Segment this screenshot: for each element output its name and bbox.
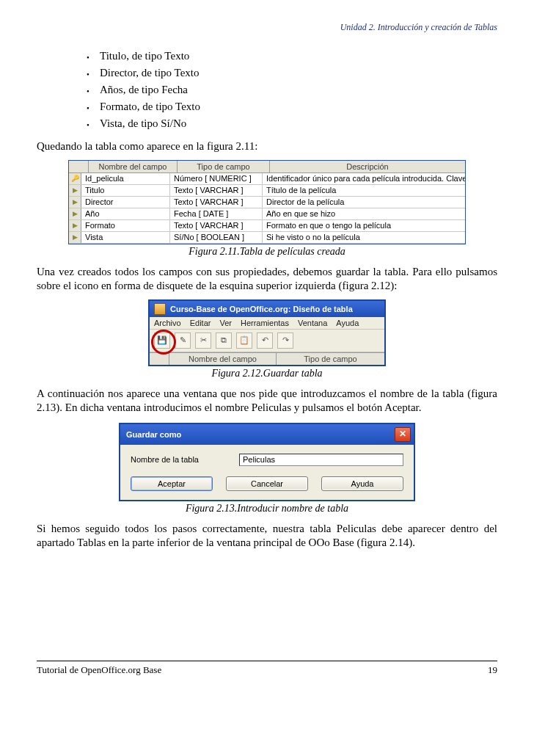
row-marker-icon: ▶ [69,185,81,196]
field-bullets: Titulo, de tipo Texto Director, de tipo … [87,48,497,132]
paragraph-2: Una vez creados todos los campos con sus… [37,265,497,294]
menu-item[interactable]: Editar [190,319,211,327]
close-icon[interactable]: ✕ [395,427,411,442]
table-row: ▶ Titulo Texto [ VARCHAR ] Título de la … [69,185,465,197]
menu-item[interactable]: Ayuda [336,319,359,327]
row-marker-icon: ▶ [69,232,81,243]
figure-211-caption: Figura 2.11.Tabla de películas creada [37,246,497,258]
save-icon[interactable]: 💾 [154,332,170,349]
menu-item[interactable]: Archivo [154,319,181,327]
figure-213-dialog: Guardar como ✕ Nombre de la tabla Acepta… [119,423,415,501]
col-header-name: Nombre del campo [89,161,178,172]
cell-desc: Título de la película [263,185,465,196]
design-column-headers: Nombre del campo Tipo de campo [150,352,384,365]
bullet-item: Director, de tipo Texto [87,65,497,81]
cell-name: Titulo [81,185,170,196]
edit-icon[interactable]: ✎ [175,332,191,349]
cell-desc: Director de la película [263,197,465,208]
row-marker-icon: ▶ [69,197,81,208]
col-header-type: Tipo de campo [178,161,270,172]
cell-name: Año [81,208,170,219]
figure-211-table: Nombre del campo Tipo de campo Descripci… [68,160,466,244]
table-name-input[interactable] [239,454,403,466]
bullet-item: Formato, de tipo Texto [87,98,497,115]
window-title: Curso-Base de OpenOffice.org: Diseño de … [170,305,353,313]
cut-icon[interactable]: ✂ [195,332,211,349]
figure-212-caption: Figura 2.12.Guardar tabla [37,368,497,379]
toolbar: 💾 ✎ ✂ ⧉ 📋 ↶ ↷ [150,330,384,352]
col-header-name: Nombre del campo [169,353,277,365]
page: Unidad 2. Introducción y creación de Tab… [0,0,534,756]
redo-icon[interactable]: ↷ [277,332,293,349]
page-footer: Tutorial de OpenOffice.org Base 19 [37,661,497,676]
table-row: 🔑 Id_pelicula Número [ NUMERIC ] Identif… [69,173,465,185]
cell-name: Director [81,197,170,208]
cell-type: Texto [ VARCHAR ] [170,197,263,208]
help-button[interactable]: Ayuda [321,476,403,491]
dialog-titlebar: Guardar como ✕ [120,424,414,445]
window-titlebar: Curso-Base de OpenOffice.org: Diseño de … [150,301,384,317]
figure-212-window: Curso-Base de OpenOffice.org: Diseño de … [148,299,386,366]
table-name-label: Nombre de la tabla [131,455,226,464]
cell-type: Texto [ VARCHAR ] [170,220,263,231]
cell-desc: Formato en que o tengo la película [263,220,465,231]
cell-name: Formato [81,220,170,231]
dialog-body: Nombre de la tabla Aceptar Cancelar Ayud… [120,445,414,500]
accept-button[interactable]: Aceptar [131,476,213,491]
col-header-type: Tipo de campo [277,353,384,365]
row-marker-icon: ▶ [69,208,81,219]
menu-item[interactable]: Herramientas [241,319,289,327]
dialog-title: Guardar como [126,430,181,439]
header-unit: Unidad 2. Introducción y creación de Tab… [37,22,497,33]
table-row: ▶ Formato Texto [ VARCHAR ] Formato en q… [69,220,465,232]
key-icon: 🔑 [69,173,81,184]
paragraph-1: Quedando la tabla como aparece en la fig… [37,139,497,154]
paragraph-4: Si hemos seguido todos los pasos correct… [37,522,497,550]
bullet-item: Titulo, de tipo Texto [87,48,497,65]
table-row: ▶ Año Fecha [ DATE ] Año en que se hizo [69,208,465,220]
cell-desc: Identificador único para cada película i… [263,173,465,184]
figure-213-caption: Figura 2.13.Introducir nombre de tabla [37,503,497,515]
paragraph-3: A continuación nos aparece una ventana q… [37,387,497,415]
row-selector-header [150,353,169,365]
cell-name: Id_pelicula [81,173,170,184]
menu-bar: Archivo Editar Ver Herramientas Ventana … [150,317,384,330]
cell-name: Vista [81,232,170,243]
cell-desc: Si he visto o no la película [263,232,465,243]
undo-icon[interactable]: ↶ [257,332,273,349]
table-row: ▶ Vista Sí/No [ BOOLEAN ] Si he visto o … [69,232,465,244]
menu-item[interactable]: Ver [219,319,232,327]
app-icon [154,303,166,315]
cell-type: Número [ NUMERIC ] [170,173,263,184]
row-selector-header [69,161,89,172]
cell-desc: Año en que se hizo [263,208,465,219]
form-row: Nombre de la tabla [131,454,403,466]
cancel-button[interactable]: Cancelar [226,476,308,491]
menu-item[interactable]: Ventana [298,319,327,327]
footer-left: Tutorial de OpenOffice.org Base [37,664,161,676]
bullet-item: Vista, de tipo Sí/No [87,115,497,132]
row-marker-icon: ▶ [69,220,81,231]
cell-type: Sí/No [ BOOLEAN ] [170,232,263,243]
bullet-item: Años, de tipo Fecha [87,81,497,98]
table-header-row: Nombre del campo Tipo de campo Descripci… [69,161,465,173]
copy-icon[interactable]: ⧉ [216,332,232,349]
paste-icon[interactable]: 📋 [236,332,252,349]
footer-page-number: 19 [488,664,497,676]
table-row: ▶ Director Texto [ VARCHAR ] Director de… [69,197,465,208]
col-header-desc: Descripción [270,161,465,172]
cell-type: Texto [ VARCHAR ] [170,185,263,196]
dialog-button-row: Aceptar Cancelar Ayuda [131,476,403,491]
cell-type: Fecha [ DATE ] [170,208,263,219]
